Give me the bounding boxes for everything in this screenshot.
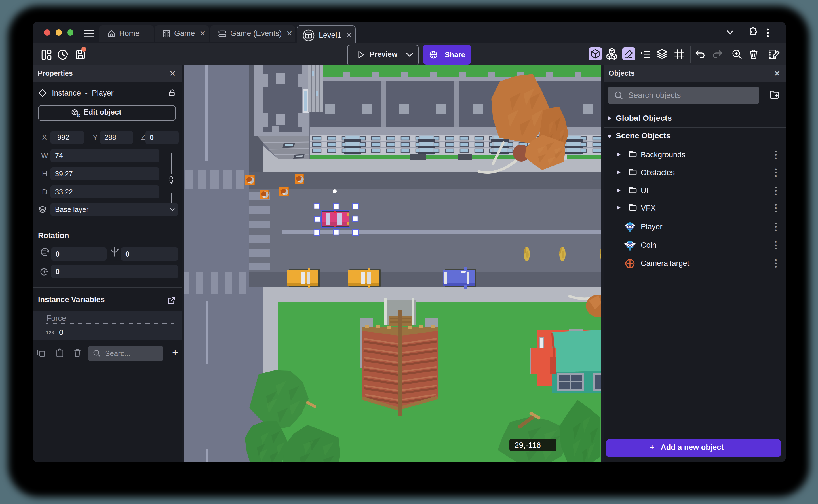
svg-text:3D: 3D (77, 114, 80, 117)
svg-text:29;-116: 29;-116 (515, 441, 541, 450)
